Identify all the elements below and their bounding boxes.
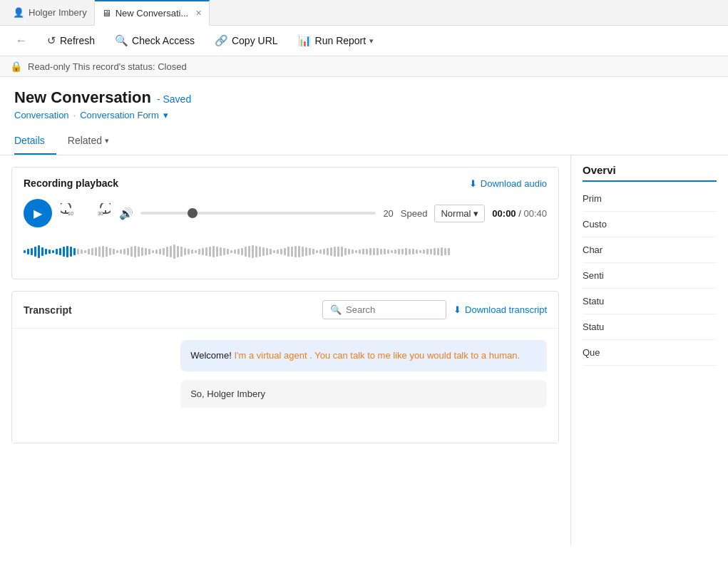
wave-bar-102[interactable] [387, 249, 389, 254]
wave-bar-12[interactable] [66, 246, 68, 258]
progress-slider[interactable] [140, 212, 376, 215]
wave-bar-2[interactable] [31, 248, 33, 256]
wave-bar-104[interactable] [394, 249, 396, 254]
wave-bar-32[interactable] [138, 247, 140, 257]
wave-bar-5[interactable] [41, 247, 43, 256]
wave-bar-22[interactable] [102, 246, 104, 258]
play-button[interactable]: ▶ [24, 199, 52, 227]
wave-bar-63[interactable] [248, 246, 250, 257]
wave-bar-15[interactable] [77, 249, 79, 254]
wave-bar-16[interactable] [81, 249, 83, 254]
wave-bar-73[interactable] [284, 248, 286, 256]
wave-bar-74[interactable] [287, 247, 289, 256]
breadcrumb-form[interactable]: Conversation Form [80, 110, 159, 120]
search-input[interactable] [346, 304, 439, 315]
wave-bar-21[interactable] [98, 247, 101, 257]
wave-bar-54[interactable] [216, 247, 218, 257]
breadcrumb-root[interactable]: Conversation [14, 110, 69, 120]
wave-bar-28[interactable] [123, 249, 125, 254]
wave-bar-94[interactable] [359, 249, 361, 254]
download-audio-button[interactable]: ⬇ Download audio [469, 178, 547, 189]
wave-bar-61[interactable] [241, 248, 243, 256]
wave-bar-57[interactable] [227, 249, 229, 254]
wave-bar-105[interactable] [398, 249, 400, 254]
wave-bar-50[interactable] [202, 248, 204, 255]
wave-bar-87[interactable] [334, 247, 336, 256]
wave-bar-90[interactable] [344, 248, 347, 256]
wave-bar-119[interactable] [448, 248, 450, 255]
wave-bar-108[interactable] [409, 249, 411, 254]
refresh-button[interactable]: ↺ Refresh [40, 30, 102, 51]
overview-item-que[interactable]: Que [583, 340, 717, 366]
wave-bar-75[interactable] [291, 247, 293, 257]
wave-bar-25[interactable] [113, 249, 115, 254]
wave-bar-85[interactable] [327, 248, 329, 256]
speed-dropdown[interactable]: Normal ▾ [434, 205, 485, 222]
wave-bar-66[interactable] [259, 247, 261, 257]
wave-bar-7[interactable] [48, 249, 51, 254]
tab-related[interactable]: Related ▾ [68, 129, 121, 155]
wave-bar-56[interactable] [223, 248, 225, 255]
tab-details[interactable]: Details [14, 129, 56, 155]
wave-bar-116[interactable] [437, 248, 439, 256]
wave-bar-81[interactable] [312, 249, 314, 254]
wave-bar-92[interactable] [352, 249, 354, 254]
overview-item-statu2[interactable]: Statu [583, 314, 717, 340]
wave-bar-36[interactable] [152, 250, 154, 254]
wave-bar-79[interactable] [305, 247, 307, 256]
wave-bar-72[interactable] [280, 249, 282, 254]
wave-bar-55[interactable] [220, 247, 222, 256]
wave-bar-107[interactable] [405, 248, 407, 255]
wave-bar-88[interactable] [337, 247, 339, 257]
wave-bar-42[interactable] [173, 245, 175, 258]
wave-bar-59[interactable] [234, 249, 236, 254]
wave-bar-35[interactable] [148, 249, 150, 254]
wave-bar-38[interactable] [159, 249, 161, 254]
waveform[interactable] [24, 235, 547, 269]
forward-30-button[interactable]: 30 [89, 202, 112, 225]
wave-bar-10[interactable] [59, 248, 61, 255]
wave-bar-86[interactable] [330, 247, 332, 256]
volume-icon[interactable]: 🔊 [119, 207, 133, 220]
wave-bar-23[interactable] [106, 247, 108, 256]
wave-bar-80[interactable] [309, 248, 311, 255]
wave-bar-47[interactable] [191, 249, 193, 254]
wave-bar-0[interactable] [24, 250, 26, 254]
download-transcript-button[interactable]: ⬇ Download transcript [453, 304, 547, 315]
wave-bar-33[interactable] [141, 247, 143, 256]
wave-bar-93[interactable] [355, 250, 357, 254]
back-button[interactable]: ← [9, 30, 34, 51]
wave-bar-89[interactable] [341, 247, 343, 256]
overview-item-custo[interactable]: Custo [583, 212, 717, 237]
wave-bar-46[interactable] [188, 249, 190, 254]
wave-bar-8[interactable] [52, 250, 54, 254]
wave-bar-53[interactable] [212, 246, 215, 258]
wave-bar-71[interactable] [277, 249, 279, 254]
wave-bar-84[interactable] [323, 249, 325, 254]
overview-item-senti[interactable]: Senti [583, 263, 717, 289]
wave-bar-24[interactable] [109, 248, 111, 255]
wave-bar-41[interactable] [170, 246, 172, 258]
wave-bar-49[interactable] [198, 249, 200, 254]
rewind-10-button[interactable]: 10 [59, 202, 82, 225]
overview-item-prim[interactable]: Prim [583, 186, 717, 212]
wave-bar-3[interactable] [34, 247, 36, 257]
wave-bar-110[interactable] [416, 249, 418, 254]
wave-bar-83[interactable] [319, 249, 322, 254]
breadcrumb-chevron[interactable]: ▾ [163, 110, 168, 120]
wave-bar-67[interactable] [262, 247, 265, 256]
wave-bar-17[interactable] [84, 250, 86, 254]
wave-bar-34[interactable] [145, 248, 147, 255]
wave-bar-64[interactable] [252, 245, 254, 258]
wave-bar-40[interactable] [166, 247, 168, 256]
wave-bar-6[interactable] [45, 249, 47, 254]
overview-item-statu1[interactable]: Statu [583, 289, 717, 314]
wave-bar-97[interactable] [369, 248, 371, 255]
wave-bar-4[interactable] [38, 245, 40, 258]
tab-holger[interactable]: 👤 Holger Imbery [6, 0, 95, 26]
breadcrumb[interactable]: Conversation · Conversation Form ▾ [14, 110, 714, 120]
wave-bar-39[interactable] [163, 248, 165, 256]
wave-bar-118[interactable] [444, 248, 446, 256]
wave-bar-14[interactable] [73, 248, 76, 256]
transcript-search-box[interactable]: 🔍 [322, 300, 446, 319]
